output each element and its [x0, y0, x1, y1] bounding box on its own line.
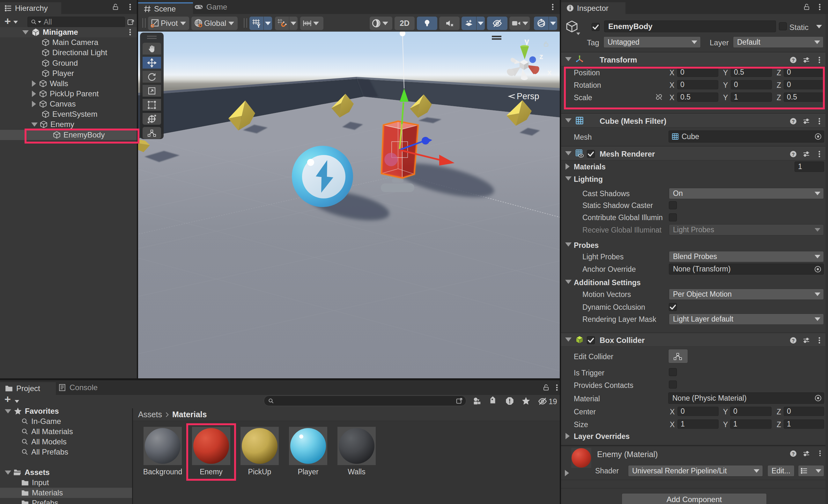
svg-text:y: y — [524, 37, 529, 46]
svg-text:z: z — [539, 52, 543, 60]
svg-text:Y: Y — [257, 23, 260, 28]
svg-text:Persp: Persp — [517, 91, 539, 101]
svg-text:x: x — [547, 68, 552, 77]
